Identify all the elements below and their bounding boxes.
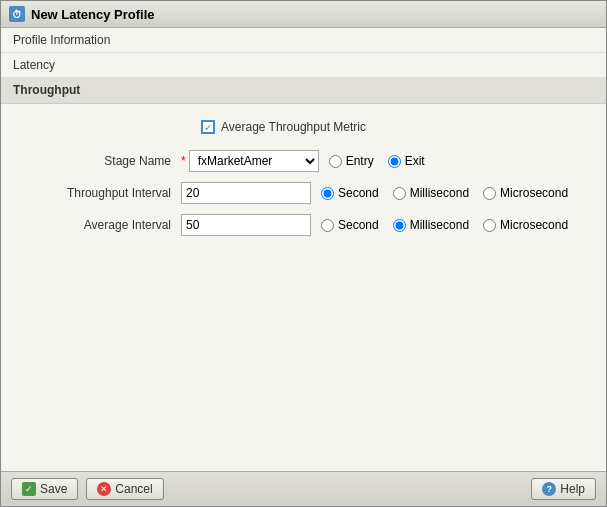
- stage-name-row: Stage Name * fxMarketAmer Entry Exit: [21, 150, 586, 172]
- throughput-microsecond-label: Microsecond: [500, 186, 568, 200]
- window-icon: ⏱: [9, 6, 25, 22]
- stage-name-select-wrapper: fxMarketAmer: [189, 150, 319, 172]
- help-icon: ?: [542, 482, 556, 496]
- content-area: ✓ Average Throughput Metric Stage Name *…: [1, 104, 606, 471]
- throughput-microsecond-radio[interactable]: [483, 187, 496, 200]
- average-unit-group: Second Millisecond Microsecond: [321, 218, 568, 232]
- average-second-option[interactable]: Second: [321, 218, 379, 232]
- average-microsecond-radio[interactable]: [483, 219, 496, 232]
- throughput-microsecond-option[interactable]: Microsecond: [483, 186, 568, 200]
- average-millisecond-radio[interactable]: [393, 219, 406, 232]
- stage-name-label: Stage Name: [21, 154, 181, 168]
- throughput-second-option[interactable]: Second: [321, 186, 379, 200]
- window-title: New Latency Profile: [31, 7, 155, 22]
- stage-name-select[interactable]: fxMarketAmer: [189, 150, 319, 172]
- required-star: *: [181, 154, 186, 168]
- title-bar: ⏱ New Latency Profile: [1, 1, 606, 28]
- entry-label: Entry: [346, 154, 374, 168]
- window: ⏱ New Latency Profile Profile Informatio…: [0, 0, 607, 507]
- average-microsecond-label: Microsecond: [500, 218, 568, 232]
- average-microsecond-option[interactable]: Microsecond: [483, 218, 568, 232]
- throughput-interval-label: Throughput Interval: [21, 186, 181, 200]
- throughput-interval-input[interactable]: [181, 182, 311, 204]
- throughput-unit-group: Second Millisecond Microsecond: [321, 186, 568, 200]
- entry-exit-group: Entry Exit: [329, 154, 425, 168]
- avg-throughput-checkbox[interactable]: ✓: [201, 120, 215, 134]
- entry-radio-option[interactable]: Entry: [329, 154, 374, 168]
- throughput-second-label: Second: [338, 186, 379, 200]
- throughput-millisecond-radio[interactable]: [393, 187, 406, 200]
- average-second-radio[interactable]: [321, 219, 334, 232]
- help-button[interactable]: ? Help: [531, 478, 596, 500]
- avg-throughput-row: ✓ Average Throughput Metric: [201, 120, 586, 134]
- throughput-interval-row: Throughput Interval Second Millisecond M…: [21, 182, 586, 204]
- exit-radio[interactable]: [388, 155, 401, 168]
- footer-left: ✓ Save ✕ Cancel: [11, 478, 164, 500]
- stage-name-text: Stage Name: [104, 154, 171, 168]
- average-interval-row: Average Interval Second Millisecond Micr…: [21, 214, 586, 236]
- throughput-second-radio[interactable]: [321, 187, 334, 200]
- cancel-icon: ✕: [97, 482, 111, 496]
- tab-profile-information[interactable]: Profile Information: [1, 28, 606, 53]
- tab-latency[interactable]: Latency: [1, 53, 606, 78]
- average-millisecond-label: Millisecond: [410, 218, 469, 232]
- save-label: Save: [40, 482, 67, 496]
- entry-radio[interactable]: [329, 155, 342, 168]
- throughput-millisecond-option[interactable]: Millisecond: [393, 186, 469, 200]
- average-interval-label: Average Interval: [21, 218, 181, 232]
- cancel-button[interactable]: ✕ Cancel: [86, 478, 163, 500]
- average-millisecond-option[interactable]: Millisecond: [393, 218, 469, 232]
- nav-tabs: Profile Information Latency Throughput: [1, 28, 606, 104]
- footer: ✓ Save ✕ Cancel ? Help: [1, 471, 606, 506]
- exit-radio-option[interactable]: Exit: [388, 154, 425, 168]
- save-icon: ✓: [22, 482, 36, 496]
- throughput-millisecond-label: Millisecond: [410, 186, 469, 200]
- average-interval-input[interactable]: [181, 214, 311, 236]
- exit-label: Exit: [405, 154, 425, 168]
- tab-throughput[interactable]: Throughput: [1, 78, 606, 103]
- avg-throughput-label: Average Throughput Metric: [221, 120, 366, 134]
- save-button[interactable]: ✓ Save: [11, 478, 78, 500]
- cancel-label: Cancel: [115, 482, 152, 496]
- help-label: Help: [560, 482, 585, 496]
- average-second-label: Second: [338, 218, 379, 232]
